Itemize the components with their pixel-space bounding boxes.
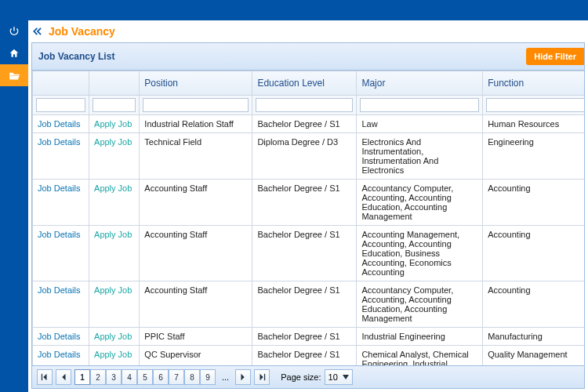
- table-row: Job DetailsApply JobIndustrial Relation …: [33, 115, 585, 133]
- job-details-link[interactable]: Job Details: [38, 285, 80, 295]
- top-bar: [0, 0, 588, 20]
- filter-apply[interactable]: [93, 98, 136, 112]
- cell-position: Industrial Relation Staff: [140, 115, 252, 133]
- pager-prev[interactable]: [56, 369, 71, 385]
- table-row: Job DetailsApply JobAccounting StaffBach…: [33, 281, 585, 328]
- pager-ellipsis: ...: [219, 372, 232, 382]
- page-header: Job Vacancy: [28, 20, 588, 42]
- table-row: Job DetailsApply JobAccounting StaffBach…: [33, 180, 585, 226]
- page-size-label: Page size:: [281, 372, 321, 382]
- cell-major: Accounting Management, Accounting, Accou…: [357, 226, 483, 281]
- panel-header: Job Vacancy List Hide Filter: [32, 43, 584, 71]
- apply-job-link[interactable]: Apply Job: [94, 137, 132, 147]
- sidebar: [0, 20, 28, 392]
- filter-function[interactable]: [486, 98, 584, 112]
- cell-major: Chemical Analyst, Chemical Engineering, …: [357, 346, 483, 366]
- cell-major: Law: [357, 115, 483, 133]
- table-row: Job DetailsApply JobQC SupervisorBachelo…: [33, 346, 585, 366]
- apply-job-link[interactable]: Apply Job: [94, 183, 132, 193]
- cell-major: Industrial Engineering: [357, 328, 483, 346]
- cell-position: Accounting Staff: [140, 226, 252, 281]
- panel-title: Job Vacancy List: [38, 51, 114, 62]
- apply-job-link[interactable]: Apply Job: [94, 119, 132, 129]
- hide-filter-button[interactable]: Hide Filter: [526, 48, 584, 65]
- cell-position: QC Supervisor: [140, 346, 252, 366]
- folder-open-icon: [9, 71, 20, 81]
- page-title: Job Vacancy: [49, 25, 115, 38]
- cell-position: PPIC Staff: [140, 328, 252, 346]
- job-details-link[interactable]: Job Details: [38, 350, 80, 359]
- job-details-link[interactable]: Job Details: [38, 332, 80, 341]
- filter-major[interactable]: [360, 98, 479, 112]
- page-number-8[interactable]: 8: [184, 369, 200, 385]
- cell-function: Accounting: [483, 226, 584, 281]
- cell-function: Manufacturing: [483, 328, 584, 346]
- col-header-function[interactable]: Function: [483, 71, 584, 96]
- page-size-select[interactable]: 10: [325, 369, 353, 385]
- cell-function: Human Resources: [483, 115, 584, 133]
- svg-rect-1: [264, 374, 265, 380]
- cell-education: Bachelor Degree / S1: [252, 180, 357, 226]
- table-row: Job DetailsApply JobAccounting StaffBach…: [33, 226, 585, 281]
- sidebar-item-home[interactable]: [0, 42, 28, 64]
- page-number-4[interactable]: 4: [122, 369, 137, 385]
- filter-row: [33, 96, 585, 115]
- apply-job-link[interactable]: Apply Job: [94, 285, 132, 295]
- pager-last-icon: [258, 373, 266, 381]
- job-details-link[interactable]: Job Details: [38, 183, 80, 193]
- pager-first[interactable]: [37, 369, 53, 385]
- page-number-6[interactable]: 6: [153, 369, 169, 385]
- pager-first-icon: [41, 373, 49, 381]
- chevron-double-left-icon: [31, 26, 44, 37]
- home-icon: [9, 48, 20, 59]
- filter-education[interactable]: [256, 98, 353, 112]
- col-header-position[interactable]: Position: [140, 71, 252, 96]
- col-header-details[interactable]: [33, 71, 89, 96]
- filter-details[interactable]: [36, 98, 85, 112]
- apply-job-link[interactable]: Apply Job: [94, 230, 132, 239]
- table-row: Job DetailsApply JobTechnical FieldDiplo…: [33, 133, 585, 180]
- apply-job-link[interactable]: Apply Job: [94, 332, 132, 341]
- job-vacancy-panel: Job Vacancy List Hide Filter Position Ed…: [31, 42, 585, 389]
- pager: 123456789 ... Page size: 10: [32, 365, 584, 388]
- pager-next[interactable]: [235, 369, 251, 385]
- col-header-apply[interactable]: [89, 71, 140, 96]
- pager-next-icon: [240, 373, 246, 381]
- cell-education: Bachelor Degree / S1: [252, 346, 357, 366]
- page-size-value: 10: [328, 372, 338, 382]
- cell-education: Bachelor Degree / S1: [252, 226, 357, 281]
- cell-function: Quality Management: [483, 346, 584, 366]
- sidebar-item-power[interactable]: [0, 20, 28, 42]
- cell-position: Technical Field: [140, 133, 252, 180]
- cell-education: Bachelor Degree / S1: [252, 115, 357, 133]
- job-vacancy-grid: Position Education Level Major Function …: [32, 71, 584, 365]
- page-number-3[interactable]: 3: [106, 369, 122, 385]
- table-row: Job DetailsApply JobPPIC StaffBachelor D…: [33, 328, 585, 346]
- content-area: Job Vacancy Job Vacancy List Hide Filter…: [28, 20, 588, 392]
- page-number-7[interactable]: 7: [169, 369, 184, 385]
- header-row: Position Education Level Major Function …: [33, 71, 585, 96]
- sidebar-item-jobs[interactable]: [0, 64, 28, 86]
- page-number-9[interactable]: 9: [200, 369, 216, 385]
- page-number-5[interactable]: 5: [137, 369, 153, 385]
- chevron-down-icon: [343, 375, 349, 379]
- cell-function: Accounting: [483, 281, 584, 328]
- filter-position[interactable]: [143, 98, 249, 112]
- apply-job-link[interactable]: Apply Job: [94, 350, 132, 359]
- job-details-link[interactable]: Job Details: [38, 230, 80, 239]
- power-icon: [9, 26, 20, 37]
- pager-last[interactable]: [254, 369, 270, 385]
- cell-education: Bachelor Degree / S1: [252, 328, 357, 346]
- col-header-education[interactable]: Education Level: [252, 71, 357, 96]
- page-number-1[interactable]: 1: [74, 369, 90, 385]
- page-number-2[interactable]: 2: [90, 369, 106, 385]
- cell-major: Accountancy Computer, Accounting, Accoun…: [357, 281, 483, 328]
- grid-scroll-area[interactable]: Position Education Level Major Function …: [32, 71, 584, 365]
- back-button[interactable]: [31, 26, 44, 37]
- cell-major: Accountancy Computer, Accounting, Accoun…: [357, 180, 483, 226]
- cell-position: Accounting Staff: [140, 180, 252, 226]
- job-details-link[interactable]: Job Details: [38, 119, 80, 129]
- cell-education: Bachelor Degree / S1: [252, 281, 357, 328]
- col-header-major[interactable]: Major: [357, 71, 483, 96]
- job-details-link[interactable]: Job Details: [38, 137, 80, 147]
